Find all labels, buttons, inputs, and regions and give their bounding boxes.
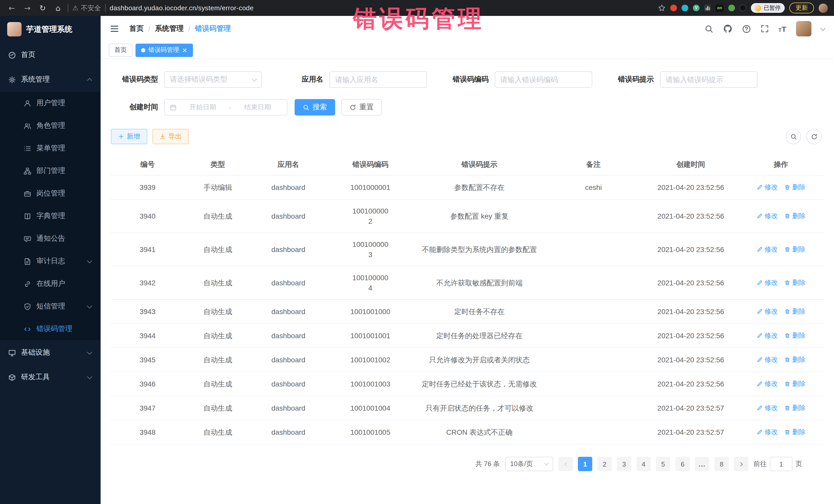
message-icon xyxy=(24,235,31,242)
cell-app: dashboard xyxy=(251,396,325,420)
sidebar-item-online-users[interactable]: 在线用户 xyxy=(0,272,101,295)
sidebar-item-infrastructure[interactable]: 基础设施 xyxy=(0,340,101,365)
back-button[interactable]: ← xyxy=(6,3,18,13)
search-button[interactable]: 搜索 xyxy=(294,99,335,115)
sidebar-item-notice[interactable]: 通知公告 xyxy=(0,227,101,250)
sidebar-item-audit-log[interactable]: 审计日志 xyxy=(0,250,101,272)
edit-link[interactable]: 修改 xyxy=(756,403,778,413)
edit-link[interactable]: 修改 xyxy=(756,427,778,437)
app-name-input[interactable] xyxy=(330,72,426,87)
sidebar-item-sms[interactable]: 短信管理 xyxy=(0,295,101,318)
sidebar-item-roles[interactable]: 角色管理 xyxy=(0,114,101,137)
sidebar-item-menus[interactable]: 菜单管理 xyxy=(0,137,101,160)
browser-update-button[interactable]: 更新 xyxy=(789,3,814,13)
add-button[interactable]: 新增 xyxy=(111,129,147,144)
github-icon[interactable] xyxy=(723,24,732,34)
page-button-2[interactable]: 2 xyxy=(597,457,612,471)
extension-icon-on[interactable]: on xyxy=(716,4,724,12)
sidebar-item-posts[interactable]: 岗位管理 xyxy=(0,182,101,205)
chevron-down-icon[interactable] xyxy=(820,25,826,30)
filter-create-time: 创建时间 开始日期 - 结束日期 xyxy=(111,99,287,115)
paused-badge[interactable]: 已暂停 xyxy=(751,3,785,13)
breadcrumb-home[interactable]: 首页 xyxy=(129,24,144,34)
goto-page-input[interactable] xyxy=(770,457,792,471)
reload-button[interactable]: ↻ xyxy=(37,3,48,13)
sidebar-item-home[interactable]: 首页 xyxy=(0,43,101,67)
reset-button[interactable]: 重置 xyxy=(341,99,382,115)
edit-link[interactable]: 修改 xyxy=(756,306,778,317)
sidebar-item-departments[interactable]: 部门管理 xyxy=(0,160,101,182)
breadcrumb-system[interactable]: 系统管理 xyxy=(155,24,184,34)
bookmark-star-icon[interactable] xyxy=(658,4,666,12)
cell-type: 自动生成 xyxy=(184,348,251,372)
font-size-icon[interactable]: TT xyxy=(778,24,786,33)
user-avatar[interactable] xyxy=(796,21,811,37)
error-type-select[interactable]: 请选择错误码类型 xyxy=(164,71,262,88)
delete-link[interactable]: 删除 xyxy=(784,278,806,288)
page-button-5[interactable]: 5 xyxy=(656,457,670,471)
page-button-1[interactable]: 1 xyxy=(578,457,592,471)
sidebar-item-users[interactable]: 用户管理 xyxy=(0,92,101,114)
delete-link[interactable]: 删除 xyxy=(784,330,806,341)
tab-home[interactable]: 首页 xyxy=(109,43,132,57)
dashboard-icon xyxy=(8,51,16,59)
extension-icon-red[interactable] xyxy=(670,5,677,11)
home-button[interactable]: ⌂ xyxy=(52,3,64,13)
edit-link[interactable]: 修改 xyxy=(756,182,778,193)
start-date-placeholder[interactable]: 开始日期 xyxy=(179,103,227,112)
edit-link[interactable]: 修改 xyxy=(756,244,778,255)
extension-icon-bars[interactable] xyxy=(704,5,711,11)
delete-link[interactable]: 删除 xyxy=(784,379,806,389)
extension-icon-teal[interactable] xyxy=(682,5,688,11)
date-range-picker[interactable]: 开始日期 - 结束日期 xyxy=(164,99,287,115)
delete-link[interactable]: 删除 xyxy=(784,403,806,413)
edit-link[interactable]: 修改 xyxy=(756,330,778,341)
fullscreen-icon[interactable] xyxy=(760,25,769,33)
sidebar-item-dictionary[interactable]: 字典管理 xyxy=(0,205,101,227)
tab-error-code[interactable]: 错误码管理 xyxy=(135,43,193,57)
prev-page-button[interactable] xyxy=(558,457,573,471)
delete-link[interactable]: 删除 xyxy=(784,244,806,255)
delete-link[interactable]: 删除 xyxy=(784,306,806,317)
edit-link[interactable]: 修改 xyxy=(756,379,778,389)
address-url[interactable]: dashboard.yudao.iocoder.cn/system/error-… xyxy=(110,4,254,12)
delete-link[interactable]: 删除 xyxy=(784,355,806,365)
page-size-select[interactable]: 10条/页 xyxy=(505,457,553,471)
delete-link[interactable]: 删除 xyxy=(784,427,806,437)
page-button-4[interactable]: 4 xyxy=(636,457,651,471)
app-logo[interactable]: 芋道管理系统 xyxy=(0,16,101,43)
search-icon[interactable] xyxy=(704,24,713,33)
cell-code: 100100000 4 xyxy=(325,266,415,299)
end-date-placeholder[interactable]: 结束日期 xyxy=(234,103,282,112)
sidebar-item-dev-tools[interactable]: 研发工具 xyxy=(0,365,101,390)
sidebar-item-system[interactable]: 系统管理 xyxy=(0,67,101,92)
edit-link[interactable]: 修改 xyxy=(756,278,778,288)
show-search-button[interactable] xyxy=(786,129,801,144)
edit-link[interactable]: 修改 xyxy=(756,211,778,221)
next-page-button[interactable] xyxy=(734,457,748,471)
close-icon[interactable] xyxy=(182,47,187,52)
page-button-6[interactable]: 6 xyxy=(675,457,690,471)
browser-profile-avatar[interactable] xyxy=(819,3,828,13)
page-button-8[interactable]: 8 xyxy=(715,457,729,471)
sidebar-item-error-code[interactable]: 错误码管理 xyxy=(0,318,101,340)
table-row: 3939 手动编辑 dashboard 1001000001 参数配置不存在 c… xyxy=(111,176,824,200)
extension-icon-pin[interactable] xyxy=(740,5,746,11)
cell-type: 自动生成 xyxy=(184,372,251,396)
sidebar-toggle-button[interactable] xyxy=(110,24,119,34)
error-msg-input[interactable] xyxy=(660,72,757,87)
export-button[interactable]: 导出 xyxy=(152,129,189,144)
more-pages-button[interactable]: ... xyxy=(695,457,709,471)
page-button-3[interactable]: 3 xyxy=(617,457,631,471)
delete-link[interactable]: 删除 xyxy=(784,182,806,193)
extension-icon-green[interactable] xyxy=(728,5,735,11)
refresh-table-button[interactable] xyxy=(806,129,822,144)
error-code-input[interactable] xyxy=(495,72,592,87)
forward-button[interactable]: → xyxy=(22,3,33,13)
edit-link[interactable]: 修改 xyxy=(756,355,778,365)
security-chip[interactable]: ⚠ 不安全 xyxy=(72,3,101,13)
extension-icon-vue[interactable]: V xyxy=(693,5,700,11)
help-icon[interactable] xyxy=(742,24,751,33)
delete-link[interactable]: 删除 xyxy=(784,211,806,221)
user-icon xyxy=(24,99,31,107)
